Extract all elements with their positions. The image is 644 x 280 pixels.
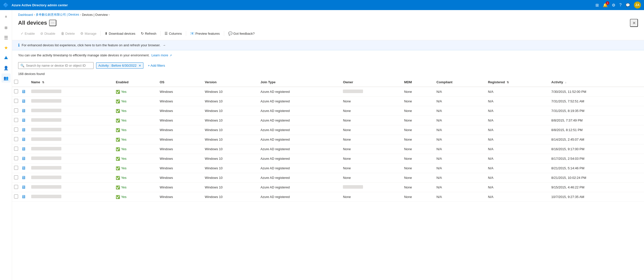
more-options-btn[interactable]: ··· — [49, 20, 56, 26]
device-icon: 🖥 — [21, 108, 26, 113]
row-checkbox-cell[interactable] — [12, 106, 20, 116]
enabled-checkmark-icon: ✅ — [116, 128, 120, 132]
header-registered[interactable]: Registered ⇅ — [485, 78, 548, 87]
row-checkbox[interactable] — [14, 137, 18, 141]
feedback-btn[interactable]: 💬 Got feedback? — [226, 30, 257, 37]
device-name-cell[interactable] — [28, 135, 113, 144]
device-name-cell[interactable] — [28, 183, 113, 192]
device-name-cell[interactable] — [28, 125, 113, 135]
select-all-checkbox[interactable] — [14, 80, 18, 84]
filter-tag-close-btn[interactable]: ✕ — [139, 64, 141, 67]
row-checkbox[interactable] — [14, 194, 18, 198]
settings-icon[interactable]: ⚙ — [612, 3, 615, 8]
row-checkbox-cell[interactable] — [12, 144, 20, 154]
add-filter-btn[interactable]: + Add filters — [146, 63, 167, 68]
header-select-all[interactable] — [12, 78, 20, 87]
download-devices-btn[interactable]: ⬇ Download devices — [102, 30, 138, 37]
device-name-cell[interactable] — [28, 154, 113, 164]
row-checkbox[interactable] — [14, 99, 18, 103]
device-name-cell[interactable] — [28, 173, 113, 183]
row-checkbox[interactable] — [14, 128, 18, 132]
breadcrumb-dashboard[interactable]: Dashboard — [18, 13, 33, 17]
breadcrumb-devices-overview[interactable]: Devices | Overview — [82, 13, 108, 17]
sidebar-item-azuread[interactable] — [2, 53, 11, 62]
row-checkbox-cell[interactable] — [12, 97, 20, 106]
device-owner-cell — [340, 183, 401, 192]
device-version-cell: Windows 10 — [202, 183, 258, 192]
avatar[interactable]: ZA — [634, 2, 641, 9]
row-checkbox[interactable] — [14, 156, 18, 160]
close-btn[interactable]: ✕ — [630, 19, 638, 27]
row-checkbox-cell[interactable] — [12, 135, 20, 144]
row-checkbox[interactable] — [14, 166, 18, 170]
sidebar-item-users[interactable]: 👤 — [2, 63, 11, 72]
device-join-type-cell: Azure AD registered — [258, 106, 340, 116]
header-enabled: Enabled — [113, 78, 156, 87]
sidebar-item-all-services[interactable]: ☰ — [2, 33, 11, 42]
columns-btn[interactable]: ☰ Columns — [162, 30, 184, 37]
device-version-cell: Windows 10 — [202, 154, 258, 164]
disable-icon: ⊘ — [40, 31, 43, 35]
help-icon[interactable]: ? — [619, 3, 622, 7]
device-icon-cell: 🖥 — [20, 125, 28, 135]
sidebar-expand-btn[interactable]: ≡ — [2, 12, 11, 21]
row-checkbox-cell[interactable] — [12, 164, 20, 173]
sidebar-item-dashboard[interactable]: ⊞ — [2, 23, 11, 32]
device-activity-cell: 8/8/2015, 8:12:51 PM — [548, 125, 644, 135]
sidebar-item-favorites[interactable]: ★ — [2, 43, 11, 52]
device-registered-cell: N/A — [485, 116, 548, 125]
device-mdm-cell: None — [401, 116, 433, 125]
device-icon: 🖥 — [21, 118, 26, 123]
device-enabled-cell: ✅ Yes — [113, 125, 156, 135]
breadcrumb-devices-org[interactable]: 多奇數位創意有限公司 | Devices — [36, 13, 79, 17]
grid-icon[interactable]: ⊞ — [595, 3, 599, 8]
device-activity-cell: 8/21/2015, 10:02:24 PM — [548, 173, 644, 183]
row-checkbox-cell[interactable] — [12, 192, 20, 202]
row-checkbox-cell[interactable] — [12, 183, 20, 192]
device-mdm-cell: None — [401, 183, 433, 192]
device-name-cell[interactable] — [28, 106, 113, 116]
device-owner-cell: None — [340, 116, 401, 125]
delete-btn[interactable]: 🗑 Delete — [58, 30, 77, 37]
search-box[interactable]: 🔍 — [18, 62, 94, 69]
device-compliant-cell: N/A — [433, 164, 485, 173]
activity-sort-icon[interactable]: ↑ — [565, 81, 567, 84]
device-name-cell[interactable] — [28, 97, 113, 106]
feedback-icon[interactable]: 💬 — [626, 3, 630, 7]
row-checkbox-cell[interactable] — [12, 154, 20, 164]
enabled-status: ✅ Yes — [116, 157, 153, 161]
toolbar-sep-4 — [224, 31, 224, 36]
row-checkbox-cell[interactable] — [12, 87, 20, 97]
sidebar-item-groups[interactable]: 👥 — [2, 73, 11, 83]
search-input[interactable] — [26, 64, 91, 67]
enable-btn[interactable]: ✓ Enable — [18, 30, 37, 37]
device-name-cell[interactable] — [28, 116, 113, 125]
row-checkbox[interactable] — [14, 108, 18, 112]
row-checkbox-cell[interactable] — [12, 116, 20, 125]
header-name[interactable]: Name ⇅ — [28, 78, 113, 87]
name-sort-icon[interactable]: ⇅ — [42, 81, 44, 84]
manage-btn[interactable]: ⚙ Manage — [78, 30, 99, 37]
refresh-btn[interactable]: ↻ Refresh — [138, 30, 159, 37]
notifications-icon[interactable]: 🔔 1 — [603, 3, 608, 8]
device-icon-cell: 🖥 — [20, 97, 28, 106]
device-compliant-cell: N/A — [433, 154, 485, 164]
header-activity[interactable]: Activity ↑ — [548, 78, 644, 87]
row-checkbox[interactable] — [14, 185, 18, 189]
device-name-cell[interactable] — [28, 144, 113, 154]
registered-sort-icon[interactable]: ⇅ — [507, 81, 509, 84]
row-checkbox[interactable] — [14, 147, 18, 151]
device-registered-cell: N/A — [485, 164, 548, 173]
preview-features-btn[interactable]: 📧 Preview features — [188, 30, 222, 37]
row-checkbox[interactable] — [14, 89, 18, 93]
device-name-cell[interactable] — [28, 87, 113, 97]
device-icon: 🖥 — [21, 89, 26, 94]
device-name-cell[interactable] — [28, 192, 113, 202]
row-checkbox-cell[interactable] — [12, 125, 20, 135]
disable-btn[interactable]: ⊘ Disable — [38, 30, 58, 37]
row-checkbox-cell[interactable] — [12, 173, 20, 183]
row-checkbox[interactable] — [14, 118, 18, 122]
device-name-cell[interactable] — [28, 164, 113, 173]
learn-more-link[interactable]: Learn more — [151, 53, 168, 57]
row-checkbox[interactable] — [14, 175, 18, 179]
